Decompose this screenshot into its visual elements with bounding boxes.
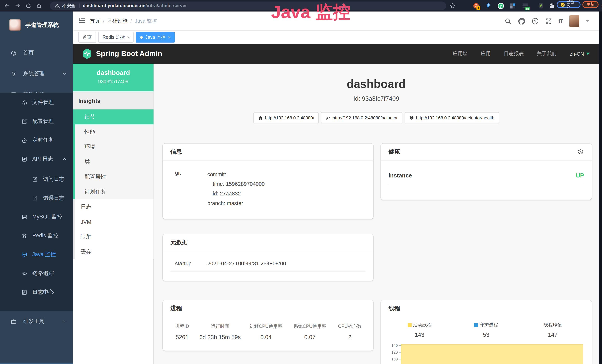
extension-pin[interactable] [484,2,493,10]
extension-grid[interactable] [508,2,517,10]
forward-icon [15,3,21,9]
tab-close-icon[interactable]: × [168,35,170,40]
app-logo[interactable]: 芋道管理系统 [0,15,73,35]
locale-caret-icon [586,53,590,55]
spring-boot-admin-logo [82,48,92,60]
search-icon [505,18,511,24]
app-sidebar: 芋道管理系统 首页 系统管理 基础设施 文件管理 配置管理 定时任务 [0,11,73,364]
extension-switch[interactable]: on [521,2,529,10]
sba-item-metrics[interactable]: 性能 [75,124,153,139]
y-tick-140: 140 [386,343,398,347]
sidebar-item-java-monitor[interactable]: Java 监控 [0,245,73,264]
back-icon [4,3,10,9]
sba-item-details[interactable]: 细节 [75,109,153,124]
sidebar-item-tracing[interactable]: 链路追踪 [0,264,73,283]
address-bar[interactable]: 不安全 dashboard.yudao.iocoder.cn/infra/adm… [50,1,446,10]
browser-forward-button[interactable] [12,1,23,11]
process-table-values: 5261 6d 23h 15m 59s 0.04 0.07 2 [168,334,368,340]
sba-item-logs[interactable]: 日志 [75,199,153,214]
profile-paused-chip[interactable]: 已暂停 [557,1,580,8]
edit-square-icon [22,118,27,124]
sidebar-item-error-log[interactable]: 错误日志 [0,189,73,207]
process-card: 进程 进程ID 运行时间 进程CPU使用率 系统CPU使用率 CPU核心数 52… [163,300,373,351]
instance-header[interactable]: dashboard 93a3fc7f7409 [73,64,153,91]
sidebar-item-file-management[interactable]: 文件管理 [0,93,73,112]
endpoint-health-button[interactable]: http://192.168.0.2:48080/actuator/health [405,112,499,123]
sba-nav-journal[interactable]: 日志报表 [504,50,524,57]
page-instance-id: Id: 93a3fc7f7409 [153,95,599,102]
sba-item-jvm[interactable]: JVM [75,214,153,229]
tab-close-icon[interactable]: × [127,35,129,40]
sba-item-classes[interactable]: 类 [75,154,153,169]
sba-item-caches[interactable]: 缓存 [75,244,153,259]
row-divider [170,213,366,213]
browser-menu-kebab[interactable]: ⋮ [599,2,602,9]
sba-brand[interactable]: Spring Boot Admin [96,50,162,58]
url-path: /infra/admin-server [146,3,187,9]
browser-reload-button[interactable] [23,1,34,11]
sba-item-environment[interactable]: 环境 [75,139,153,154]
sba-navbar: Spring Boot Admin 应用墙 应用 日志报表 关于我们 zh-CN [73,44,599,64]
sidebar-item-dev-tools[interactable]: 研发工具 [0,312,73,331]
sidebar-item-api-log[interactable]: API 日志 [0,150,73,168]
threads-area-chart: 140 120 100 [386,342,586,364]
header-github-button[interactable] [518,17,525,25]
breadcrumb-current: Java 监控 [135,18,157,24]
sidebar-item-mysql-monitor[interactable]: MySQL 监控 [0,208,73,226]
legend-swatch-yellow [408,323,412,327]
tab-home[interactable]: 首页 [78,32,96,43]
sba-group-insights: Insights [73,92,153,109]
sidebar-item-home[interactable]: 首页 [0,44,73,62]
sidebar-item-access-log[interactable]: 访问日志 [0,170,73,188]
sba-plain-items: 日志 JVM 映射 缓存 [73,199,153,259]
process-table-header: 进程ID 运行时间 进程CPU使用率 系统CPU使用率 CPU核心数 [168,323,368,330]
blue-pin-extension-icon [486,3,491,9]
header-help-button[interactable]: ? [532,18,538,24]
browser-update-button[interactable]: 更新 [582,1,599,8]
url-divider [79,3,79,8]
bookmark-star-button[interactable] [449,2,457,10]
endpoint-home-button[interactable]: http://192.168.0.2:48080/ [253,112,319,123]
health-card: 健康 Instance UP [381,143,592,200]
extension-orange[interactable]: 1 [472,2,480,10]
browser-back-button[interactable] [1,1,12,11]
header-search-button[interactable] [505,18,511,24]
sba-nav-wallboard[interactable]: 应用墙 [453,50,468,57]
sidebar-item-log-center[interactable]: 日志中心 [0,283,73,301]
browser-home-button[interactable] [34,1,44,11]
sidebar-item-config-management[interactable]: 配置管理 [0,112,73,130]
legend-daemon-threads: 守护进程 [453,322,519,328]
font-size-button[interactable]: tT [559,18,563,24]
breadcrumb-infrastructure[interactable]: 基础设施 [107,18,127,24]
header-fullscreen-button[interactable] [545,18,552,24]
user-avatar[interactable] [569,15,579,27]
extension-video[interactable]: y [496,2,505,10]
sba-item-scheduled-tasks[interactable]: 计划任务 [75,184,153,199]
sidebar-item-redis-monitor[interactable]: Redis 监控 [0,227,73,245]
history-icon[interactable] [577,149,584,155]
legend-swatch-blue [474,323,478,327]
sba-nav-about[interactable]: 关于我们 [537,50,557,57]
extensions-menu-button[interactable] [548,2,556,10]
chevron-down-icon [62,71,67,76]
user-menu-caret-icon[interactable] [586,20,589,22]
sidebar-toggle-button[interactable] [78,17,85,24]
star-icon [450,3,456,9]
info-row-label: git [170,170,207,208]
tab-redis-monitor[interactable]: Redis 监控× [98,32,134,43]
sidebar-item-scheduled-jobs[interactable]: 定时任务 [0,131,73,149]
daemon-threads-value: 53 [453,331,519,338]
sba-locale-select[interactable]: zh-CN [570,51,590,57]
sba-item-mappings[interactable]: 映射 [75,229,153,244]
tab-java-monitor[interactable]: Java 监控× [136,32,174,43]
sidebar-item-system-management[interactable]: 系统管理 [0,64,73,83]
cpu-cores: 2 [332,334,368,340]
breadcrumb-home[interactable]: 首页 [90,18,100,24]
extension-on-badge: on [525,7,530,11]
endpoint-actuator-button[interactable]: http://192.168.0.2:48080/actuator [321,112,402,123]
screenshot-root: 不安全 dashboard.yudao.iocoder.cn/infra/adm… [0,0,602,364]
extension-leaf[interactable] [536,2,545,10]
sba-nav-applications[interactable]: 应用 [481,50,491,57]
sba-item-config-props[interactable]: 配置属性 [75,169,153,184]
extension-badge: 1 [476,6,480,10]
